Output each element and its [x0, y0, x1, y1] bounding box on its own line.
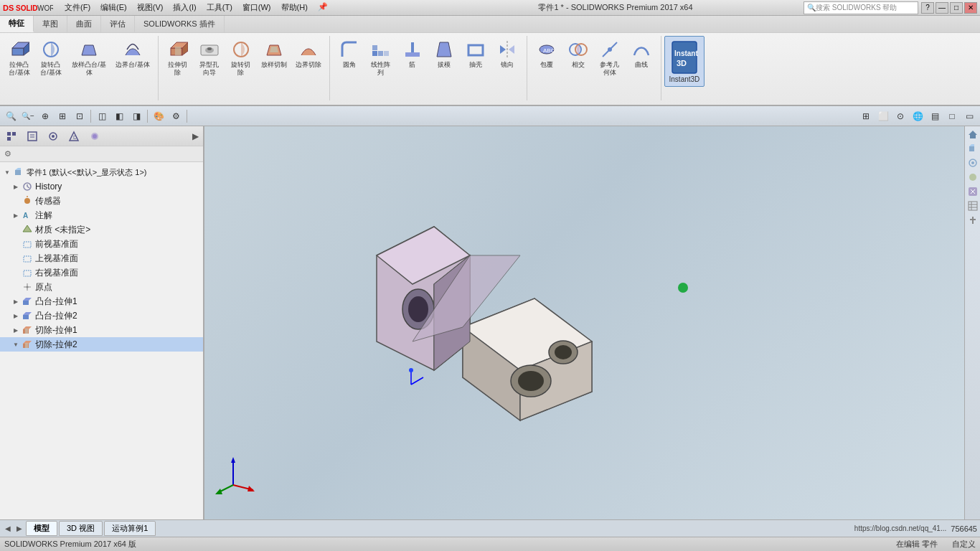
hide-show-button[interactable]: ◨: [128, 108, 144, 124]
tab-surface[interactable]: 曲面: [67, 16, 101, 32]
loft-boss-button[interactable]: 放样凸台/基体: [67, 36, 110, 79]
edit-appear-button[interactable]: 🎨: [151, 108, 166, 124]
tree-item-material[interactable]: 材质 <未指定>: [0, 222, 203, 237]
app-logo: DS SOLID WORKS: [3, 2, 60, 14]
rt-scene-button[interactable]: [966, 171, 979, 184]
svg-point-92: [409, 368, 413, 372]
sidebar-tab-property[interactable]: [22, 128, 42, 145]
zoom-out-button[interactable]: 🔍−: [20, 108, 36, 124]
view-selector-button[interactable]: ⬜: [875, 108, 891, 124]
wrap-button[interactable]: ABC 包覆: [532, 36, 562, 71]
scene-button[interactable]: ⚙: [168, 108, 184, 124]
tab-nav-prev[interactable]: ◀: [3, 524, 13, 534]
top-plane-expand-icon: [11, 254, 20, 263]
url-text: https://blog.csdn.net/qq_41...: [854, 524, 946, 532]
boundary-cut-button[interactable]: 边界切除: [292, 36, 325, 71]
rt-home-button[interactable]: [966, 128, 979, 141]
sidebar-tab-dim[interactable]: D: [64, 128, 84, 145]
tree-root[interactable]: ▼ 零件1 (默认<<默认>_显示状态 1>): [0, 165, 203, 179]
view-3d-button[interactable]: ⊞: [55, 108, 70, 124]
menu-file[interactable]: 文件(F): [60, 1, 95, 14]
tree-item-front-plane[interactable]: 前视基准面: [0, 237, 203, 251]
tree-item-top-plane[interactable]: 上视基准面: [0, 251, 203, 265]
filter-icon[interactable]: ⚙: [3, 148, 13, 160]
tree-item-sensor[interactable]: 传感器: [0, 194, 203, 208]
rt-model-button[interactable]: [966, 142, 979, 155]
bottom-tab-motion[interactable]: 运动算例1: [104, 521, 156, 536]
bottom-tab-3dview[interactable]: 3D 视图: [59, 521, 103, 536]
revolve-cut-button[interactable]: 旋转切除: [226, 36, 256, 79]
fillet-button[interactable]: 圆角: [334, 36, 364, 71]
tree-item-right-plane[interactable]: 右视基准面: [0, 265, 203, 280]
window-btn[interactable]: □: [944, 108, 960, 124]
zoom-in-button[interactable]: 🔍: [3, 108, 19, 124]
rt-render-button[interactable]: [966, 185, 979, 198]
menu-view[interactable]: 视图(V): [133, 1, 168, 14]
revolve-boss-button[interactable]: 旋转凸台/基体: [36, 36, 66, 79]
tree-item-cut2[interactable]: ▼ 切除-拉伸2: [0, 337, 203, 352]
rt-pin-button[interactable]: [966, 214, 979, 227]
sidebar-tab-display[interactable]: [85, 128, 105, 145]
view-orient-button[interactable]: ⊡: [72, 108, 88, 124]
menu-edit[interactable]: 编辑(E): [96, 1, 131, 14]
menu-insert[interactable]: 插入(I): [169, 1, 200, 14]
tree-item-origin[interactable]: 原点: [0, 280, 203, 294]
sidebar-tab-config[interactable]: [43, 128, 63, 145]
tab-feature[interactable]: 特征: [0, 16, 34, 32]
sensor-icon: [22, 195, 33, 207]
svg-marker-17: [270, 47, 278, 52]
tab-evaluate[interactable]: 评估: [101, 16, 135, 32]
tree-item-cut1[interactable]: ▶ 切除-拉伸1: [0, 323, 203, 337]
instant3d-button[interactable]: Instant 3D Instant3D: [664, 36, 705, 87]
display-mode-button[interactable]: ⊙: [892, 108, 908, 124]
bottom-tabs-bar: ◀ ▶ 模型 3D 视图 运动算例1 https://blog.csdn.net…: [0, 519, 980, 537]
toolbar-toggle[interactable]: ▤: [927, 108, 943, 124]
mirror-button[interactable]: 镜向: [492, 36, 522, 71]
boundary-boss-button[interactable]: 边界台/基体: [112, 36, 154, 71]
svg-marker-7: [82, 45, 96, 55]
sidebar-tab-feature[interactable]: [1, 128, 22, 145]
sidebar-collapse-button[interactable]: ▶: [189, 131, 202, 141]
rt-table-button[interactable]: [966, 199, 979, 212]
render-button[interactable]: 🌐: [910, 108, 925, 124]
linear-pattern-button[interactable]: 线性阵列: [366, 36, 396, 79]
svg-marker-27: [500, 45, 506, 54]
view-style-button[interactable]: ◧: [111, 108, 127, 124]
viewport[interactable]: [204, 126, 964, 519]
loft-cut-button[interactable]: 放样切制: [258, 36, 291, 71]
tree-item-boss2[interactable]: ▶ 凸台-拉伸2: [0, 309, 203, 323]
close-button[interactable]: ✕: [964, 2, 977, 14]
menu-help[interactable]: 帮助(H): [277, 1, 312, 14]
svg-point-49: [93, 134, 97, 138]
min-panel-button[interactable]: ▭: [961, 108, 977, 124]
tab-sketch[interactable]: 草图: [34, 16, 67, 32]
curve-button[interactable]: 曲线: [626, 36, 656, 71]
maximize-button[interactable]: □: [950, 2, 963, 14]
tab-nav-next[interactable]: ▶: [14, 524, 24, 534]
rt-view-button[interactable]: [966, 156, 979, 169]
shell-button[interactable]: 抽壳: [461, 36, 491, 71]
camera-button[interactable]: ◫: [94, 108, 110, 124]
ref-geo-button[interactable]: 参考几何体: [595, 36, 625, 79]
bottom-tab-model[interactable]: 模型: [26, 521, 57, 536]
search-bar[interactable]: 🔍 搜索 SOLIDWORKS 帮助: [804, 1, 918, 14]
section-view-button[interactable]: ⊞: [858, 108, 874, 124]
help-button[interactable]: ?: [921, 2, 934, 14]
hole-wizard-button[interactable]: 异型孔向导: [194, 36, 225, 79]
extrude-cut-button[interactable]: 拉伸切除: [163, 36, 193, 79]
menu-pin[interactable]: 📌: [314, 1, 332, 14]
tab-plugins[interactable]: SOLIDWORKS 插件: [135, 16, 225, 32]
draft-button[interactable]: 拔模: [429, 36, 459, 71]
zoom-fit-button[interactable]: ⊕: [37, 108, 53, 124]
menu-tools[interactable]: 工具(T): [202, 1, 237, 14]
svg-text:D: D: [73, 135, 77, 140]
tree-item-history[interactable]: ▶ History: [0, 179, 203, 194]
extrude-boss-icon: [8, 38, 31, 61]
tree-item-annotation[interactable]: ▶ A 注解: [0, 208, 203, 222]
minimize-button[interactable]: —: [936, 2, 948, 14]
extrude-boss-button[interactable]: 拉伸凸台/基体: [4, 36, 34, 79]
rib-button[interactable]: 筋: [397, 36, 428, 71]
intersect-button[interactable]: 相交: [563, 36, 593, 71]
menu-window[interactable]: 窗口(W): [238, 1, 275, 14]
tree-item-boss1[interactable]: ▶ 凸台-拉伸1: [0, 294, 203, 309]
